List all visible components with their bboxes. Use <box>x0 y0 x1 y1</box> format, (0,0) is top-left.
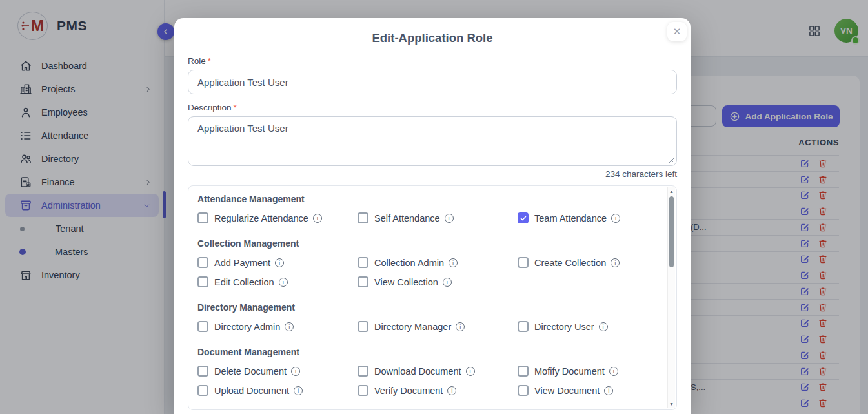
info-icon[interactable]: i <box>456 322 465 331</box>
info-icon[interactable]: i <box>604 386 613 395</box>
info-icon[interactable]: i <box>294 386 303 395</box>
characters-left-counter: 234 characters left <box>188 169 677 179</box>
permission-grid: Delete DocumentiDownload DocumentiMofify… <box>197 366 651 396</box>
permission-item: Directory Admini <box>197 321 358 332</box>
info-icon[interactable]: i <box>611 258 620 267</box>
info-icon[interactable]: i <box>443 278 452 287</box>
permission-item: Edit Collectioni <box>197 276 358 287</box>
description-textarea[interactable]: Application Test User <box>188 116 677 166</box>
edit-application-role-modal: Edit-Application Role ✕ Role* Descriptio… <box>174 18 691 414</box>
info-icon[interactable]: i <box>609 367 618 376</box>
permission-label: Directory User <box>534 322 594 332</box>
scroll-up-arrow[interactable]: ▲ <box>668 189 675 194</box>
modal-title: Edit-Application Role <box>188 31 677 48</box>
permission-label: Mofify Document <box>534 366 605 377</box>
permission-grid: Add PaymentiCollection AdminiCreate Coll… <box>197 257 651 287</box>
permission-item: Create Collectioni <box>518 257 651 268</box>
permission-item: Delete Documenti <box>197 366 358 377</box>
permission-label: Edit Collection <box>214 277 274 287</box>
resize-grip-icon[interactable] <box>669 157 675 163</box>
checkbox-unchecked[interactable] <box>518 385 529 396</box>
checkbox-unchecked[interactable] <box>197 321 208 332</box>
description-field-label: Description* <box>188 103 677 112</box>
checkbox-unchecked[interactable] <box>358 366 368 377</box>
permission-label: View Collection <box>374 277 438 287</box>
permission-group-title: Attendance Management <box>197 194 651 204</box>
info-icon[interactable]: i <box>445 214 454 223</box>
checkbox-unchecked[interactable] <box>518 257 529 268</box>
checkbox-unchecked[interactable] <box>358 385 368 396</box>
info-icon[interactable]: i <box>285 322 294 331</box>
permission-item: Collection Admini <box>358 257 518 268</box>
permission-grid: Regularize AttendanceiSelf AttendanceiTe… <box>197 212 651 223</box>
permission-label: View Document <box>534 386 600 396</box>
permission-item: Verify Documenti <box>358 385 518 396</box>
permission-label: Download Document <box>374 366 461 377</box>
checkbox-unchecked[interactable] <box>358 276 368 287</box>
permission-group-title: Directory Management <box>197 302 651 313</box>
permission-group-title: Document Management <box>197 347 651 357</box>
permission-label: Verify Document <box>374 386 443 396</box>
permission-label: Delete Document <box>214 366 287 377</box>
checkbox-unchecked[interactable] <box>197 385 208 396</box>
permission-item: Directory Useri <box>518 321 651 332</box>
info-icon[interactable]: i <box>447 386 456 395</box>
checkbox-unchecked[interactable] <box>197 257 208 268</box>
checkbox-unchecked[interactable] <box>197 212 208 223</box>
permission-label: Team Attendance <box>534 213 607 223</box>
permission-item: View Documenti <box>518 385 651 396</box>
permission-item: Add Paymenti <box>197 257 358 268</box>
info-icon[interactable]: i <box>449 258 458 267</box>
permission-item: Team Attendancei <box>518 212 651 223</box>
permission-label: Directory Manager <box>374 322 451 332</box>
permission-item: Self Attendancei <box>358 212 518 223</box>
checkbox-unchecked[interactable] <box>518 321 529 332</box>
info-icon[interactable]: i <box>599 322 608 331</box>
required-mark: * <box>234 103 237 112</box>
checkbox-unchecked[interactable] <box>197 366 208 377</box>
permission-item: Mofify Documenti <box>518 366 651 377</box>
info-icon[interactable]: i <box>466 367 475 376</box>
checkbox-unchecked[interactable] <box>358 212 368 223</box>
checkbox-unchecked[interactable] <box>518 366 529 377</box>
permission-label: Regularize Attendance <box>214 213 308 223</box>
role-input[interactable] <box>188 70 677 94</box>
permission-label: Upload Document <box>214 386 289 396</box>
info-icon[interactable]: i <box>611 214 620 223</box>
permission-grid: Directory AdminiDirectory ManageriDirect… <box>197 321 651 332</box>
permission-label: Create Collection <box>534 258 606 268</box>
permission-item: Download Documenti <box>358 366 518 377</box>
permission-item: Regularize Attendancei <box>197 212 358 223</box>
permission-item: Upload Documenti <box>197 385 358 396</box>
checkbox-unchecked[interactable] <box>197 276 208 287</box>
checkbox-unchecked[interactable] <box>358 321 368 332</box>
info-icon[interactable]: i <box>279 278 288 287</box>
permission-label: Collection Admin <box>374 258 444 268</box>
scroll-down-arrow[interactable]: ▼ <box>668 402 675 406</box>
checkbox-checked[interactable] <box>518 212 529 223</box>
permission-item: View Collectioni <box>358 276 518 287</box>
role-field-label: Role* <box>188 56 677 66</box>
info-icon[interactable]: i <box>313 214 322 223</box>
permissions-scrollbar: ▲ ▼ <box>667 187 675 408</box>
checkbox-unchecked[interactable] <box>358 257 368 268</box>
required-mark: * <box>208 56 211 66</box>
scrollbar-thumb[interactable] <box>669 196 674 267</box>
info-icon[interactable]: i <box>275 258 284 267</box>
permission-label: Self Attendance <box>374 213 440 223</box>
permission-label: Add Payment <box>214 258 270 268</box>
close-icon[interactable]: ✕ <box>667 22 687 41</box>
permission-item: Directory Manageri <box>358 321 518 332</box>
permission-group-title: Collection Management <box>197 238 651 249</box>
permissions-panel: Attendance ManagementRegularize Attendan… <box>188 185 677 410</box>
permission-label: Directory Admin <box>214 322 280 332</box>
permission-groups: Attendance ManagementRegularize Attendan… <box>197 194 651 396</box>
info-icon[interactable]: i <box>291 367 300 376</box>
